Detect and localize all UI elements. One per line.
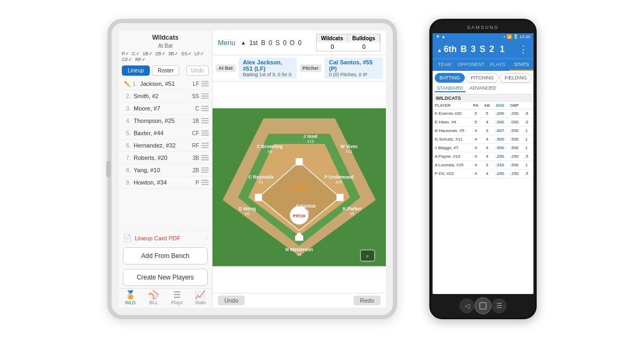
field-bottom-bar: Undo Redo <box>213 293 386 307</box>
pos-rf[interactable]: RF✓ <box>134 57 147 62</box>
tablet-side-button[interactable] <box>106 161 111 177</box>
balls-value: 0 <box>268 39 272 47</box>
table-row[interactable]: ✏️ 1. Jackson, #51 LF <box>119 78 212 90</box>
tab-roster[interactable]: Roster <box>152 65 179 76</box>
subtab-batting[interactable]: BATTING <box>435 73 465 83</box>
more-options-icon[interactable]: ⋮ <box>518 43 529 55</box>
table-row[interactable]: 2. Smith, #2 SS <box>119 90 212 102</box>
tab-team[interactable]: TEAM <box>433 59 457 71</box>
at-bat-tag: At Bat <box>216 64 236 72</box>
drag-handle[interactable] <box>201 180 209 185</box>
pos-1b[interactable]: 1B✓ <box>142 51 154 56</box>
add-from-bench-button[interactable]: Add From Bench <box>123 247 208 264</box>
pos-lf[interactable]: LF✓ <box>194 51 206 56</box>
stdtab-standard[interactable]: STANDARD <box>435 85 465 92</box>
drag-handle[interactable] <box>201 155 209 160</box>
pos-2b[interactable]: 2B✓ <box>155 51 167 56</box>
phone-main-tabs: TEAM OPPONENT PLAYS STATS <box>433 58 533 71</box>
table-row[interactable]: 8. Yang, #10 2B <box>119 164 212 177</box>
undo-button[interactable]: Undo <box>186 65 209 76</box>
undo-field-button[interactable]: Undo <box>218 296 245 305</box>
player-pos: CF <box>184 130 199 136</box>
svg-text:#25: #25 <box>335 180 342 185</box>
stdtab-advanced[interactable]: ADVANCED <box>467 85 498 92</box>
home-button[interactable] <box>474 297 492 314</box>
recents-button[interactable]: ☰ <box>492 298 507 313</box>
lineup-roster-tabs: Lineup Roster Undo <box>119 63 212 78</box>
table-row[interactable]: B Hausman, #5 4 3 .667 .500 1 <box>433 127 533 135</box>
extra-cell: 1 <box>522 128 531 133</box>
svg-text:PITCH: PITCH <box>293 214 305 218</box>
table-row[interactable]: 5. Baxter, #44 CF <box>119 127 212 139</box>
table-row[interactable]: E Haan, #4 5 4 .000 .000 .0 <box>433 118 533 127</box>
tablet: Wildcats At Bat P✓ C✓ 1B✓ 2B✓ 3B✓ SS✓ LF… <box>107 19 397 319</box>
nav-item-plays[interactable]: ☰ Plays <box>165 289 189 307</box>
svg-text:C Reynolds: C Reynolds <box>248 174 274 180</box>
tab-lineup[interactable]: Lineup <box>122 65 150 76</box>
table-row[interactable]: 9. Howton, #34 P <box>119 177 212 189</box>
pos-ss[interactable]: SS✓ <box>180 51 193 56</box>
phone-sub-tabs: BATTING PITCHING FIELDING <box>433 71 533 83</box>
menu-link[interactable]: Menu <box>218 39 236 47</box>
drag-handle[interactable] <box>201 143 209 148</box>
phone-section-header: WILDCATS <box>433 94 533 102</box>
player-name: Roberts, #20 <box>134 155 184 161</box>
pos-3b[interactable]: 3B✓ <box>167 51 180 56</box>
tab-plays[interactable]: PLAYS <box>486 59 510 71</box>
extra-cell: .6 <box>522 111 531 116</box>
player-pos: SS <box>184 93 199 99</box>
bottom-nav: 🏅 WLD ⚾ BLL ☰ Plays 📈 Stats <box>119 288 212 307</box>
phone-stats-table: PLAYER PA AB AVG OBP K Esernio #20 5 5 .… <box>433 102 533 178</box>
player-name-cell: K Esernio #20 <box>435 111 470 116</box>
table-row[interactable]: J Blaggs, #7 4 4 .500 .500 1 <box>433 144 533 152</box>
svg-text:P Underwood: P Underwood <box>324 174 354 180</box>
score-bulldogs: 0 <box>348 42 380 51</box>
drag-handle[interactable] <box>201 130 209 136</box>
nav-item-bll[interactable]: ⚾ BLL <box>142 289 166 307</box>
field-panel: Menu ▲ 1st B 0 S 0 O 0 Wildcats <box>213 31 386 307</box>
table-row[interactable]: 6. Hernandez, #32 RF <box>119 139 212 152</box>
drag-handle[interactable] <box>201 118 209 123</box>
field-area: GC PITCH C Browning #8 J Issel #13 W Viv… <box>213 82 386 293</box>
drag-handle[interactable] <box>201 167 209 173</box>
player-name: Howton, #34 <box>134 179 184 186</box>
avg-cell: .200 <box>493 111 507 116</box>
pitcher-stats: 0 (0) Pitches, 0 IP <box>329 72 378 77</box>
nav-item-wld[interactable]: 🏅 WLD <box>119 289 142 307</box>
phone-inning-display: ▲ 6th B 3 S 2 1 <box>437 45 504 54</box>
redo-field-button[interactable]: Redo <box>354 296 380 305</box>
table-row[interactable]: A Payne, #10 4 4 .250 .250 .5 <box>433 152 533 161</box>
player-num: 1. <box>133 81 140 87</box>
ab-cell: 4 <box>481 137 493 142</box>
drag-handle[interactable] <box>201 93 209 99</box>
tab-stats[interactable]: STATS <box>510 59 533 71</box>
subtab-fielding[interactable]: FIELDING <box>500 73 532 83</box>
drag-handle[interactable] <box>201 106 209 111</box>
wld-icon: 🏅 <box>125 291 136 299</box>
ab-cell: 5 <box>481 111 493 116</box>
drag-handle[interactable] <box>201 81 209 86</box>
subtab-pitching[interactable]: PITCHING <box>466 73 499 83</box>
pos-p[interactable]: P✓ <box>121 51 130 56</box>
tab-opponent[interactable]: OPPONENT <box>457 59 486 71</box>
balls-label: B <box>261 39 265 47</box>
table-row[interactable]: N Schultz, #11 4 4 .500 .500 1 <box>433 135 533 144</box>
table-row[interactable]: P DV, #22 4 4 .250 .250 .5 <box>433 170 533 178</box>
pos-c[interactable]: C✓ <box>131 51 141 56</box>
score-team-bulldogs: Bulldogs <box>348 34 380 42</box>
obp-cell: .500 <box>507 137 522 142</box>
phone-screen: ▼ ▲ ▪ 📶 🔋 12:30 ▲ 6th B 3 S 2 1 ⋮ TEAM O… <box>433 33 533 294</box>
table-row[interactable]: 7. Roberts, #20 3B <box>119 152 212 164</box>
table-row[interactable]: 3. Moore, #7 C <box>119 102 212 115</box>
create-new-players-button[interactable]: Create New Players <box>123 269 208 286</box>
svg-text:C Browning: C Browning <box>257 144 282 149</box>
pos-cf[interactable]: CF✓ <box>121 57 134 62</box>
table-row[interactable]: A Loomba, #15 4 3 .333 .500 1 <box>433 161 533 170</box>
inning-num: 6th <box>444 45 457 54</box>
back-button[interactable]: ◁ <box>459 298 474 313</box>
lineup-card-pdf[interactable]: 📄 Lineup Card PDF › <box>119 230 212 245</box>
player-name-cell: B Hausman, #5 <box>435 128 470 133</box>
table-row[interactable]: 4. Thompson, #25 1B <box>119 115 212 127</box>
table-row[interactable]: K Esernio #20 5 5 .200 .200 .6 <box>433 109 533 118</box>
nav-item-stats[interactable]: 📈 Stats <box>189 289 213 307</box>
